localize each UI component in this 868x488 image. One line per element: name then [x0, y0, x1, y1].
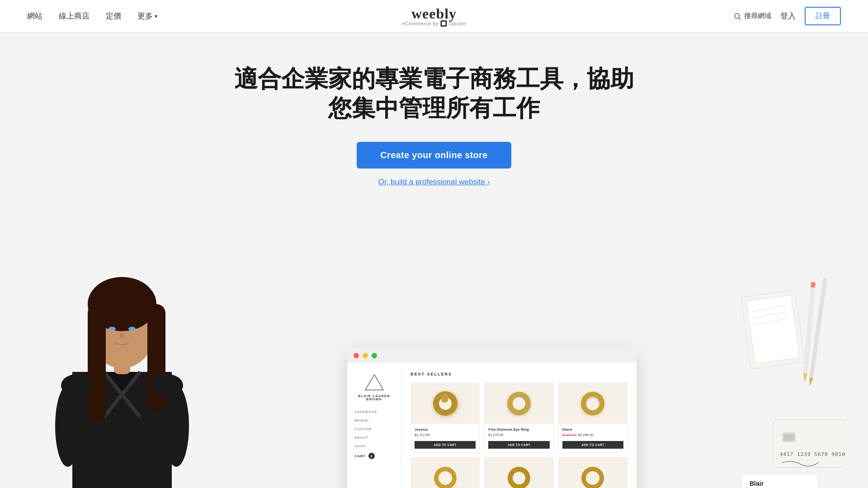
person-photo	[45, 259, 199, 488]
nav-right: 搜尋網域 登入 註冊	[733, 7, 841, 25]
product-img-jessica	[411, 383, 479, 424]
product-name-diamond: Fine Diamond Eye Ring	[488, 427, 549, 432]
nav-pricing[interactable]: 定價	[106, 11, 121, 21]
header: 網站 線上商店 定價 更多 weebly eCommerce by Square…	[0, 0, 868, 33]
product-info-diana: Diana $1,900.00 $2,299.00 ADD TO CART	[559, 424, 627, 452]
store-mockup-wrapper: BLAIR LAUREN BROWN LOOKBOOK BRIDAL CUSTO…	[347, 348, 637, 488]
svg-rect-11	[104, 286, 140, 322]
add-to-cart-jessica[interactable]: ADD TO CART	[415, 441, 476, 449]
add-to-cart-diana[interactable]: ADD TO CART	[562, 441, 623, 449]
search-area[interactable]: 搜尋網域	[733, 12, 771, 20]
mockup-main: BEST SELLERS Jessica	[401, 363, 637, 488]
nav-website[interactable]: 網站	[27, 11, 42, 21]
create-store-button[interactable]: Create your online store	[357, 142, 511, 169]
logo: weebly eCommerce by Square	[402, 5, 466, 27]
mockup-nav-custom[interactable]: CUSTOM	[354, 427, 394, 431]
svg-line-1	[739, 18, 741, 19]
svg-rect-10	[147, 304, 165, 413]
svg-marker-21	[365, 375, 383, 390]
svg-rect-33	[773, 420, 845, 467]
brand-triangle-icon	[364, 374, 384, 391]
product-img-row2-1	[411, 458, 479, 488]
products-grid: Jessica $1,712.50 ADD TO CART	[410, 383, 627, 453]
mockup-nav-lookbook[interactable]: LOOKBOOK	[354, 410, 394, 414]
add-to-cart-diamond[interactable]: ADD TO CART	[488, 441, 549, 449]
svg-point-13	[128, 327, 136, 331]
hero-headline: 適合企業家的專業電子商務工具，協助您集中管理所有工作	[231, 64, 637, 123]
square-icon	[440, 20, 447, 27]
signup-button[interactable]: 註冊	[805, 7, 841, 25]
ring-icon-diana	[581, 392, 604, 415]
store-mockup: BLAIR LAUREN BROWN LOOKBOOK BRIDAL CUSTO…	[347, 348, 637, 488]
product-card-diana: Diana $1,900.00 $2,299.00 ADD TO CART	[558, 383, 627, 453]
mockup-titlebar	[347, 348, 637, 363]
product-price-diana: $1,900.00 $2,299.00	[562, 433, 623, 437]
product-img-row2-3	[559, 458, 627, 488]
ring-icon-row2-3	[581, 467, 604, 488]
svg-point-20	[164, 385, 189, 467]
svg-rect-32	[823, 277, 827, 283]
nav-left: 網站 線上商店 定價 更多	[27, 11, 157, 21]
ring-icon-row2-1	[434, 467, 457, 488]
brand-name: BLAIR LAUREN BROWN	[354, 394, 394, 401]
search-icon	[733, 12, 741, 20]
login-button[interactable]: 登入	[780, 11, 796, 21]
product-img-diamond	[485, 383, 553, 424]
cart-label: CART	[354, 454, 366, 458]
price-current-diana: $2,299.00	[578, 433, 593, 437]
product-card-row2-3	[558, 457, 627, 488]
svg-rect-23	[746, 295, 800, 364]
svg-point-19	[55, 385, 80, 467]
logo-sub-text: eCommerce by	[402, 21, 439, 26]
svg-text:4417  1239  5678  9010: 4417 1239 5678 9010	[780, 451, 845, 457]
deco-illustration: 4417 1239 5678 9010 Blair blairlaurenbro…	[737, 275, 845, 488]
product-card-jessica: Jessica $1,712.50 ADD TO CART	[410, 383, 480, 453]
logo-square-text: Square	[448, 21, 466, 26]
product-name-jessica: Jessica	[415, 427, 476, 432]
mockup-nav-shop[interactable]: SHOP	[354, 444, 394, 448]
mockup-sidebar: BLAIR LAUREN BROWN LOOKBOOK BRIDAL CUSTO…	[347, 363, 401, 488]
cta-section: Create your online store Or, build a pro…	[357, 142, 511, 187]
svg-rect-29	[811, 282, 816, 288]
search-label: 搜尋網域	[744, 12, 771, 20]
product-card-diamond: Fine Diamond Eye Ring $1,275.00 ADD TO C…	[484, 383, 553, 453]
product-price-diamond: $1,275.00	[488, 433, 549, 437]
product-img-diana	[559, 383, 627, 424]
ring-icon-diamond	[507, 392, 531, 415]
price-original-diana: $1,900.00	[562, 433, 576, 436]
product-card-row2-1	[410, 457, 480, 488]
nav-store[interactable]: 線上商店	[59, 11, 90, 21]
product-img-row2-2	[485, 458, 553, 488]
mockup-body: BLAIR LAUREN BROWN LOOKBOOK BRIDAL CUSTO…	[347, 363, 637, 488]
product-card-row2-2	[484, 457, 553, 488]
svg-rect-35	[783, 434, 794, 441]
product-info-jessica: Jessica $1,712.50 ADD TO CART	[411, 424, 479, 452]
best-sellers-title: BEST SELLERS	[410, 372, 627, 376]
svg-text:Blair: Blair	[750, 480, 764, 487]
titlebar-dot-yellow	[363, 353, 368, 358]
titlebar-dot-green	[372, 353, 377, 358]
build-website-link[interactable]: Or, build a professional website ›	[378, 178, 490, 187]
logo-text: weebly	[402, 5, 466, 22]
svg-marker-28	[802, 373, 808, 383]
person-illustration	[45, 259, 199, 488]
cart-badge: 2	[368, 453, 375, 459]
titlebar-dot-red	[354, 353, 359, 358]
nav-more[interactable]: 更多	[137, 11, 157, 21]
mockup-cart[interactable]: CART 2	[354, 453, 394, 459]
mockup-brand-logo: BLAIR LAUREN BROWN	[354, 374, 394, 401]
product-name-diana: Diana	[562, 427, 623, 432]
products-grid-row2	[410, 457, 627, 488]
mockup-nav-bridal[interactable]: BRIDAL	[354, 418, 394, 422]
ring-icon-row2-2	[508, 467, 530, 488]
mockup-nav-about[interactable]: ABOUT	[354, 436, 394, 440]
svg-rect-9	[88, 304, 106, 422]
product-price-jessica: $1,712.50	[415, 433, 476, 437]
svg-point-14	[120, 333, 124, 339]
svg-point-0	[735, 14, 740, 19]
deco-wrapper: 4417 1239 5678 9010 Blair blairlaurenbro…	[737, 275, 845, 488]
logo-subtitle: eCommerce by Square	[402, 20, 466, 27]
hero-section: 適合企業家的專業電子商務工具，協助您集中管理所有工作 Create your o…	[0, 33, 868, 488]
hero-visual-area: BLAIR LAUREN BROWN LOOKBOOK BRIDAL CUSTO…	[0, 214, 868, 488]
svg-marker-31	[808, 377, 813, 387]
